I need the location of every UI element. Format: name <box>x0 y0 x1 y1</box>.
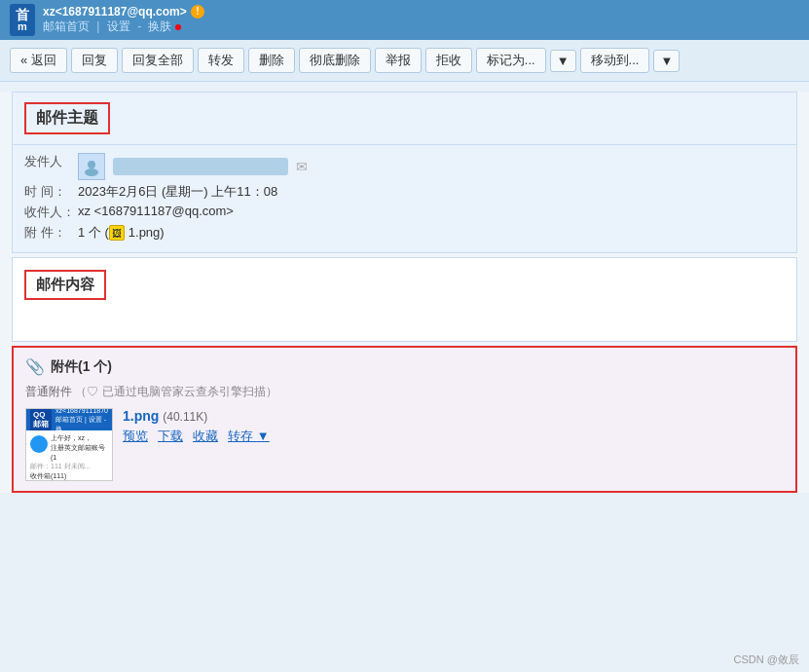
paperclip-icon: 📎 <box>25 357 45 376</box>
header-nav: 邮箱首页 | 设置 - 换肤 <box>43 19 204 35</box>
red-dot <box>175 24 181 30</box>
header: 首 m xz<1687911187@qq.com> ! 邮箱首页 | 设置 - … <box>0 0 809 40</box>
move-to-button[interactable]: 移动到... <box>580 48 650 73</box>
download-action[interactable]: 下载 <box>158 428 183 445</box>
nav-skin-link[interactable]: 换肤 <box>148 19 171 33</box>
thumbnail-logo: QQ邮箱 <box>30 409 52 430</box>
attachment-label: 附 件： <box>24 224 78 242</box>
toolbar: « 返回 回复 回复全部 转发 删除 彻底删除 举报 拒收 标记为... ▼ 移… <box>0 40 809 82</box>
svg-point-1 <box>85 168 98 176</box>
time-value: 2023年2月6日 (星期一) 上午11：08 <box>78 183 785 201</box>
mark-as-button[interactable]: 标记为... <box>476 48 546 73</box>
attachment-type-row: 普通附件 （♡ 已通过电脑管家云查杀引擎扫描） <box>25 384 784 400</box>
forward-button[interactable]: 转发 <box>198 48 244 73</box>
reject-button[interactable]: 拒收 <box>425 48 472 73</box>
save-action[interactable]: 收藏 <box>193 428 218 445</box>
receiver-label: 收件人： <box>24 204 78 221</box>
thumbnail-header: QQ邮箱 xz<16879111870 邮箱首页 | 设置 - 换... <box>26 409 112 430</box>
svg-point-0 <box>88 161 95 168</box>
thumbnail-user-line2: 邮箱首页 | 设置 - 换... <box>55 415 108 432</box>
sender-name-blurred <box>113 158 288 175</box>
move-to-arrow[interactable]: ▼ <box>653 50 680 72</box>
attachment-type-label: 普通附件 <box>25 385 72 398</box>
email-icon: ✉ <box>296 159 308 174</box>
main-content: 邮件主题 发件人 ✉ 时 间： 2023年2月6日 (星期一) 上午11：08 … <box>0 92 809 493</box>
header-info: xz<1687911187@qq.com> ! 邮箱首页 | 设置 - 换肤 <box>43 5 204 35</box>
attachment-actions: 预览 下载 收藏 转存 ▼ <box>123 428 784 445</box>
attachment-scan-text: （♡ 已通过电脑管家云查杀引擎扫描） <box>75 385 276 398</box>
receiver-value: xz <1687911187@qq.com> <box>78 204 785 218</box>
transfer-action[interactable]: 转存 ▼ <box>228 428 270 445</box>
logo-bottom: m <box>16 21 29 32</box>
reply-button[interactable]: 回复 <box>71 48 118 73</box>
email-body: 邮件内容 <box>12 257 797 342</box>
attachment-count: 1 个 (🖼1.png) <box>78 224 785 242</box>
delete-permanently-button[interactable]: 彻底删除 <box>299 48 371 73</box>
back-button[interactable]: « 返回 <box>10 48 67 73</box>
username: xz<1687911187@qq.com> <box>43 5 187 19</box>
nav-home-link[interactable]: 邮箱首页 <box>43 19 90 33</box>
sender-label: 发件人 <box>24 153 78 170</box>
email-meta: 发件人 ✉ 时 间： 2023年2月6日 (星期一) 上午11：08 收件人： … <box>12 145 797 253</box>
attachment-filename: 1.png (40.11K) <box>123 408 784 424</box>
thumbnail-body: 上午好，xz， 注册英文邮箱账号 (1 邮件：111 封未阅... 收件箱(11… <box>26 430 112 481</box>
footer-text: CSDN @敛辰 <box>734 653 799 665</box>
logo-top: 首 <box>16 8 29 21</box>
preview-action[interactable]: 预览 <box>123 428 148 445</box>
attachment-filesize: (40.11K) <box>163 410 207 424</box>
delete-button[interactable]: 删除 <box>248 48 295 73</box>
warning-icon: ! <box>191 5 204 19</box>
attachment-file-icon: 🖼 <box>109 225 125 241</box>
time-label: 时 间： <box>24 183 78 201</box>
attachment-meta-row: 附 件： 1 个 (🖼1.png) <box>24 224 785 242</box>
attachment-filename-meta: 1.png <box>129 225 161 240</box>
transfer-arrow-icon: ▼ <box>257 429 270 443</box>
thumbnail-avatar <box>30 435 48 453</box>
body-content-label: 邮件内容 <box>24 270 106 300</box>
report-button[interactable]: 举报 <box>375 48 422 73</box>
attachment-header: 📎 附件(1 个) <box>25 357 784 376</box>
header-user: xz<1687911187@qq.com> ! <box>43 5 204 19</box>
attachment-item: QQ邮箱 xz<16879111870 邮箱首页 | 设置 - 换... 上午好… <box>25 408 784 481</box>
nav-settings-link[interactable]: 设置 <box>107 19 130 33</box>
thumbnail-user-line1: xz<16879111870 <box>55 408 108 415</box>
time-row: 时 间： 2023年2月6日 (星期一) 上午11：08 <box>24 183 785 201</box>
footer: CSDN @敛辰 <box>734 653 799 667</box>
thumbnail-user-info: xz<16879111870 邮箱首页 | 设置 - 换... <box>55 408 108 433</box>
attachment-info: 1.png (40.11K) 预览 下载 收藏 转存 ▼ <box>123 408 784 445</box>
reply-all-button[interactable]: 回复全部 <box>122 48 194 73</box>
receiver-row: 收件人： xz <1687911187@qq.com> <box>24 204 785 221</box>
thumbnail-line4: 收件箱(111) <box>30 471 108 481</box>
sender-info: ✉ <box>78 153 308 180</box>
attachment-thumbnail: QQ邮箱 xz<16879111870 邮箱首页 | 设置 - 换... 上午好… <box>25 408 113 481</box>
sender-avatar <box>78 153 105 180</box>
thumbnail-line3: 邮件：111 封未阅... <box>30 462 108 471</box>
mark-as-arrow[interactable]: ▼ <box>550 50 576 72</box>
attachment-header-text: 附件(1 个) <box>51 358 112 376</box>
attachment-section: 📎 附件(1 个) 普通附件 （♡ 已通过电脑管家云查杀引擎扫描） QQ邮箱 x… <box>12 346 797 493</box>
email-subject: 邮件主题 <box>24 102 110 134</box>
sender-row: 发件人 ✉ <box>24 153 785 180</box>
